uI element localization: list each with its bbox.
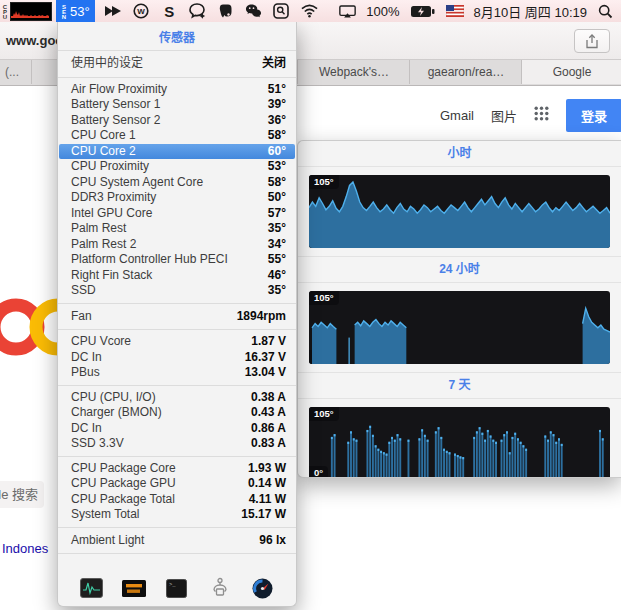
sen-widget-label: SEN xyxy=(61,4,67,19)
search-app-icon[interactable] xyxy=(273,3,290,20)
menubar-right: 100% 8月10日 周四 10:19 xyxy=(339,2,614,21)
lcd-display-app-icon[interactable] xyxy=(122,577,146,599)
sensor-row[interactable]: Intel GPU Core57° xyxy=(58,206,296,222)
google-search-button-fragment[interactable]: Google 搜索 xyxy=(0,481,44,508)
voltage-group: CPU Vcore1.87 V DC In16.37 V PBus13.04 V xyxy=(58,330,296,385)
sensor-row[interactable]: Battery Sensor 139° xyxy=(58,97,296,113)
sensor-row[interactable]: CPU Proximity53° xyxy=(58,159,296,175)
battery-charging-icon[interactable] xyxy=(410,3,436,20)
bird-icon[interactable] xyxy=(105,3,122,20)
panel-app-icons: >_ xyxy=(58,572,296,606)
active-setting-value: 关闭 xyxy=(262,56,286,72)
wifi-icon[interactable] xyxy=(301,3,318,20)
sensor-history-flyout: 小时 105° 0° 24 小时 105° 0° 7 天 105° 0° 隐藏这… xyxy=(297,140,621,478)
tab-google[interactable]: Google xyxy=(521,60,621,84)
sensor-row[interactable]: Platform Controller Hub PECI55° xyxy=(58,252,296,268)
hour-history-chart: 105° 0° xyxy=(309,175,610,248)
cpu-menu-widget[interactable]: CPU xyxy=(2,0,52,22)
voltage-row[interactable]: PBus13.04 V xyxy=(58,365,296,381)
sensors-dropdown-menu: 传感器 使用中的设定 关闭 Air Flow Proximity51° Batt… xyxy=(57,22,297,607)
sensor-row[interactable]: Palm Rest 234° xyxy=(58,237,296,253)
battery-percentage[interactable]: 100% xyxy=(366,4,399,19)
week-history-chart: 105° 0° xyxy=(309,407,610,478)
tab-leftmost[interactable]: (... xyxy=(0,60,32,84)
day-history-chart: 105° 0° xyxy=(309,291,610,364)
svg-text:W: W xyxy=(137,7,145,16)
airplay-display-icon[interactable] xyxy=(339,3,356,20)
evernote-icon[interactable] xyxy=(217,3,234,20)
svg-text:>_: >_ xyxy=(169,581,176,588)
menubar: CPU SEN 53° W S xyxy=(0,0,621,22)
menubar-clock[interactable]: 8月10日 周四 10:19 xyxy=(474,2,587,21)
power-row[interactable]: System Total15.17 W xyxy=(58,507,296,523)
active-setting-row[interactable]: 使用中的设定 关闭 xyxy=(58,51,296,77)
gauge-app-icon[interactable] xyxy=(251,577,275,599)
sensor-menu-widget-selected[interactable]: SEN 53° xyxy=(56,0,95,22)
screen: { "menubar": { "cpu_label": "CPU", "sen_… xyxy=(0,0,621,610)
active-setting-label: 使用中的设定 xyxy=(71,56,143,72)
sensor-row[interactable]: Air Flow Proximity51° xyxy=(58,82,296,98)
sensor-list: Air Flow Proximity51° Battery Sensor 139… xyxy=(58,78,296,303)
circle-w-icon[interactable]: W xyxy=(133,3,150,20)
menubar-left-icons: W S xyxy=(105,3,318,20)
chat-sparkle-icon[interactable] xyxy=(189,3,206,20)
gmail-link[interactable]: Gmail xyxy=(440,108,474,123)
sensor-row[interactable]: Right Fin Stack46° xyxy=(58,268,296,284)
share-icon xyxy=(586,34,598,49)
google-header: Gmail 图片 登录 xyxy=(440,101,621,129)
chart-section-title-hour: 小时 xyxy=(298,141,621,167)
sensor-row-selected-cpu-core-2[interactable]: CPU Core 260° xyxy=(59,144,295,160)
chart-section-title-24h: 24 小时 xyxy=(298,256,621,283)
tab-gaearon[interactable]: gaearon/rea… xyxy=(409,60,523,84)
power-group: CPU Package Core1.93 W CPU Package GPU0.… xyxy=(58,457,296,527)
waveform-app-icon[interactable] xyxy=(79,577,103,599)
ambient-light-row[interactable]: Ambient Light 96 lx xyxy=(58,528,296,554)
wechat-icon[interactable] xyxy=(245,3,262,20)
fan-row[interactable]: Fan 1894rpm xyxy=(58,304,296,330)
voltage-row[interactable]: CPU Vcore1.87 V xyxy=(58,334,296,350)
language-link-fragment[interactable]: Indones xyxy=(2,541,48,556)
tab-webpack[interactable]: Webpack's… xyxy=(297,60,411,84)
current-row[interactable]: Charger (BMON)0.43 A xyxy=(58,405,296,421)
power-row[interactable]: CPU Package Core1.93 W xyxy=(58,461,296,477)
sensor-row[interactable]: DDR3 Proximity50° xyxy=(58,190,296,206)
sensor-row[interactable]: SSD35° xyxy=(58,283,296,299)
address-bar-text[interactable]: www.goo xyxy=(6,33,63,48)
share-button[interactable] xyxy=(574,29,610,53)
power-row[interactable]: CPU Package Total4.11 W xyxy=(58,492,296,508)
apps-grid-icon[interactable] xyxy=(534,106,549,125)
sensor-row[interactable]: CPU Core 158° xyxy=(58,128,296,144)
chart-section-title-7d: 7 天 xyxy=(298,372,621,399)
divider xyxy=(58,553,296,554)
s-app-icon[interactable]: S xyxy=(161,3,178,20)
menubar-temperature: 53° xyxy=(70,4,90,19)
current-row[interactable]: DC In0.86 A xyxy=(58,421,296,437)
cpu-widget-label: CPU xyxy=(2,4,8,19)
power-row[interactable]: CPU Package GPU0.14 W xyxy=(58,476,296,492)
images-link[interactable]: 图片 xyxy=(491,106,517,125)
sensor-row[interactable]: Palm Rest35° xyxy=(58,221,296,237)
cpu-usage-graph xyxy=(10,2,52,21)
current-row[interactable]: SSD 3.3V0.83 A xyxy=(58,436,296,452)
sensor-row[interactable]: CPU System Agent Core58° xyxy=(58,175,296,191)
current-group: CPU (CPU, I/O)0.38 A Charger (BMON)0.43 … xyxy=(58,386,296,456)
claw-box-app-icon[interactable] xyxy=(208,577,232,599)
terminal-app-icon[interactable]: >_ xyxy=(165,577,189,599)
current-row[interactable]: CPU (CPU, I/O)0.38 A xyxy=(58,390,296,406)
voltage-row[interactable]: DC In16.37 V xyxy=(58,350,296,366)
sensor-row[interactable]: Battery Sensor 236° xyxy=(58,113,296,129)
spotlight-icon[interactable] xyxy=(597,3,614,20)
us-flag-icon[interactable] xyxy=(446,3,464,20)
panel-title: 传感器 xyxy=(58,22,296,50)
login-button[interactable]: 登录 xyxy=(566,99,621,132)
